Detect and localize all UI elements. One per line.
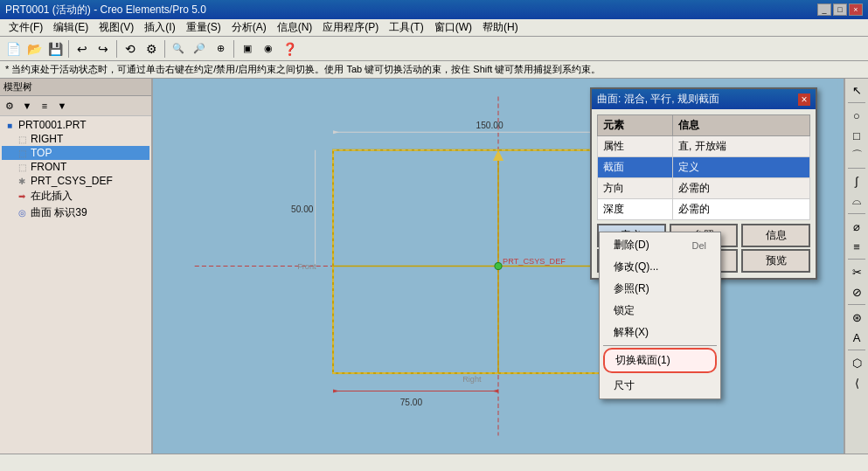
title-bar-buttons: _ □ × [817,3,863,16]
menu-view[interactable]: 视图(V) [94,18,139,37]
cm-delete[interactable]: 删除(D) Del [600,234,720,256]
tree-label-csys: PRT_CSYS_DEF [31,175,113,187]
tree-label-root: PRT0001.PRT [18,119,87,131]
toolbar-sep-2 [116,40,117,58]
cm-reference-label: 参照(R) [614,281,649,296]
tree-settings-icon[interactable]: ⚙ [2,98,17,114]
hint-text: * 当约束处于活动状态时，可通过单击右键在约定/禁用/启用约束之间切换。使用 T… [5,63,601,76]
menu-analysis[interactable]: 分析(A) [226,18,272,37]
tree-item-front[interactable]: ⬚ FRONT [2,160,149,174]
cm-explain[interactable]: 解释(X) [600,322,720,343]
menu-file[interactable]: 文件(F) [3,18,48,37]
zoom-fit-button[interactable]: ⊕ [211,39,230,59]
svg-text:150.00: 150.00 [476,121,503,130]
plane-icon-top: ⬚ [16,147,28,159]
zoom-in-button[interactable]: 🔍 [169,39,188,59]
settings-button[interactable]: ⚙ [142,39,161,59]
rt-rect-icon[interactable]: □ [847,126,866,145]
view-spin[interactable]: ◉ [259,39,278,59]
tree-expand-icon[interactable]: ≡ [37,98,52,114]
menu-help[interactable]: 帮助(H) [477,18,524,37]
rt-sep-6 [848,350,865,350]
toolbar-sep-3 [164,40,165,58]
view-normal[interactable]: ▣ [238,39,257,59]
dialog-cell-section-name: 截面 [598,157,673,178]
drawing-area[interactable]: TOP 150.00 50.00 100.00 75.00 PRT_CSYS_D… [153,79,844,454]
regenerate-button[interactable]: ⟲ [121,39,140,59]
minimize-button[interactable]: _ [817,3,831,16]
menu-edit[interactable]: 编辑(E) [48,18,94,37]
tree-label-front: FRONT [31,161,66,173]
panel-header: 模型树 [0,79,151,96]
save-button[interactable]: 💾 [45,39,65,59]
menu-window[interactable]: 窗口(W) [429,18,477,37]
open-button[interactable]: 📂 [24,39,44,59]
rt-mirror-icon[interactable]: ⊘ [847,282,866,301]
info-button[interactable]: 信息 [741,224,810,247]
menu-insert[interactable]: 插入(I) [139,18,180,37]
tree-collapse-icon[interactable]: ▼ [54,98,70,114]
cm-delete-shortcut: Del [691,240,706,251]
zoom-out-button[interactable]: 🔎 [190,39,209,59]
tree-item-csys[interactable]: ✱ PRT_CSYS_DEF [2,174,149,188]
insert-icon: ➡ [16,190,28,203]
dialog-row-attr[interactable]: 属性 直, 开放端 [598,136,810,157]
rt-dim-icon[interactable]: ⌀ [847,217,866,236]
tree-item-insert[interactable]: ➡ 在此插入 [2,188,149,204]
dialog-row-section[interactable]: 截面 定义 [598,157,810,178]
rt-arc-icon[interactable]: ⌒ [847,146,866,165]
undo-button[interactable]: ↩ [73,39,92,59]
dialog-close-button[interactable]: × [798,94,810,106]
main-toolbar: 📄 📂 💾 ↩ ↪ ⟲ ⚙ 🔍 🔎 ⊕ ▣ ◉ ❓ [0,37,868,61]
rt-modify-icon[interactable]: ⟨ [847,373,866,392]
new-button[interactable]: 📄 [3,39,23,59]
rt-sep-3 [848,213,865,214]
redo-button[interactable]: ↪ [94,39,113,59]
tree-label-right: RIGHT [31,133,63,145]
tree-item-root[interactable]: ■ PRT0001.PRT [2,118,149,132]
svg-text:Right: Right [462,375,482,384]
menu-info[interactable]: 信息(N) [272,18,318,37]
rt-conic-icon[interactable]: ⌓ [847,191,866,211]
dialog-col-info: 信息 [672,115,809,136]
cm-dimension[interactable]: 尺寸 [600,375,720,397]
rt-trim-icon[interactable]: ✂ [847,262,866,281]
context-menu: 删除(D) Del 修改(Q)... 参照(R) 锁定 解释(X) 切换截面(1… [599,232,721,399]
menu-bar: 文件(F) 编辑(E) 视图(V) 插入(I) 重量(S) 分析(A) 信息(N… [0,19,868,37]
menu-zhongliang[interactable]: 重量(S) [181,18,226,37]
title-bar: PRT0001 (活动的) - Creo Elements/Pro 5.0 _ … [0,0,868,19]
dialog-row-depth[interactable]: 深度 必需的 [598,199,810,220]
cm-cut-section[interactable]: 切换截面(1) [603,348,717,373]
cm-reference[interactable]: 参照(R) [600,278,720,300]
right-toolbar: ↖ ○ □ ⌒ ∫ ⌓ ⌀ ≡ ✂ ⊘ ⊛ A ⬡ ⟨ [844,79,868,454]
rt-constraint-icon[interactable]: ≡ [847,237,866,256]
tree-label-top: TOP [31,147,52,159]
svg-text:Front: Front [297,262,316,271]
help-button[interactable]: ❓ [280,39,299,59]
main-area: 模型树 ⚙ ▼ ≡ ▼ ■ PRT0001.PRT ⬚ RIGHT ⬚ TOP [0,79,868,454]
rt-pattern-icon[interactable]: ⊛ [847,308,866,327]
rt-circle-icon[interactable]: ○ [847,106,866,125]
cm-explain-label: 解释(X) [614,325,649,340]
rt-palette-icon[interactable]: ⬡ [847,353,866,372]
rt-select-icon[interactable]: ↖ [847,80,866,100]
close-button[interactable]: × [849,3,863,16]
menu-tools[interactable]: 工具(T) [384,18,428,37]
rt-spline-icon[interactable]: ∫ [847,171,866,190]
menu-app[interactable]: 应用程序(P) [317,18,384,37]
tree-item-right[interactable]: ⬚ RIGHT [2,132,149,146]
cm-cut-section-label: 切换截面(1) [615,353,670,368]
cm-lock[interactable]: 锁定 [600,300,720,322]
tree-filter-icon[interactable]: ▼ [19,98,35,114]
toolbar-sep-1 [68,40,69,58]
tree-label-insert: 在此插入 [31,189,73,204]
preview-button[interactable]: 预览 [741,249,810,273]
title-text: PRT0001 (活动的) - Creo Elements/Pro 5.0 [5,3,817,17]
tree-item-top[interactable]: ⬚ TOP [2,146,149,160]
cm-modify[interactable]: 修改(Q)... [600,256,720,278]
maximize-button[interactable]: □ [833,3,847,16]
rt-text-icon[interactable]: A [847,328,866,347]
dialog-cell-dir-value: 必需的 [672,178,809,199]
dialog-row-direction[interactable]: 方向 必需的 [598,178,810,199]
tree-item-sketch[interactable]: ◎ 曲面 标识39 [2,204,149,221]
